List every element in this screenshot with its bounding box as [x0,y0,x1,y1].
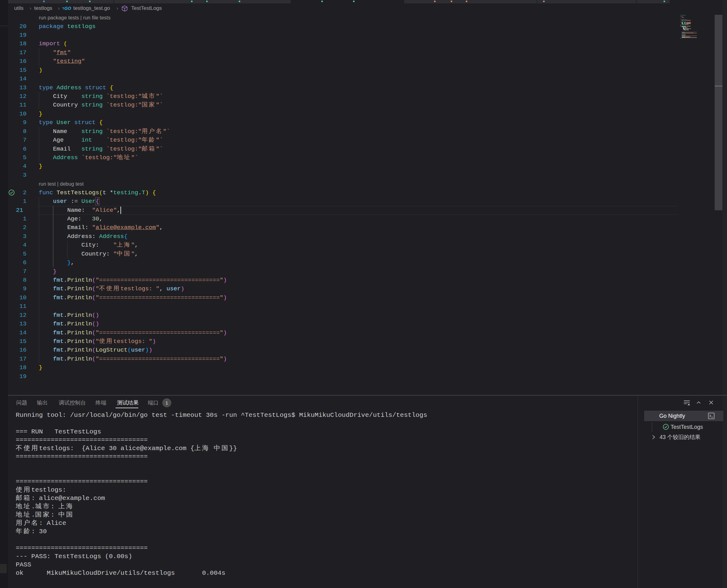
svg-text:GO: GO [64,6,71,11]
